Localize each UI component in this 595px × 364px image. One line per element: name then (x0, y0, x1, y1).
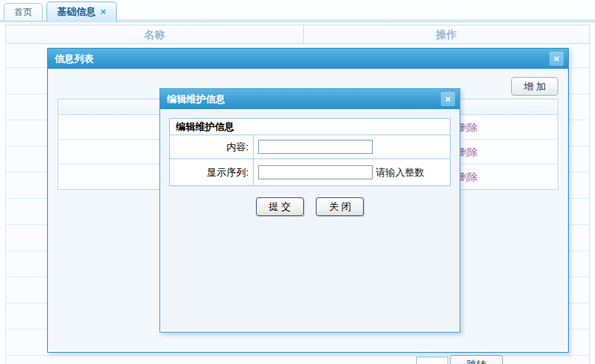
form-section-title: 编辑维护信息 (170, 119, 450, 135)
page-table-header: 名称 操作 (5, 25, 590, 44)
delete-link[interactable]: 删除 (458, 164, 477, 189)
sequence-label: 显示序列: (170, 159, 254, 185)
dialog-buttons: 提 交 关 闭 (160, 197, 460, 216)
add-button[interactable]: 增 加 (511, 77, 558, 96)
tab-close-icon[interactable]: × (100, 6, 106, 17)
app-window: 首页 基础信息× 名称 操作 跳转 信息列表 × 增 加 删除 删除 删除 (0, 0, 595, 364)
delete-link[interactable]: 删除 (458, 140, 477, 164)
close-button[interactable]: 关 闭 (316, 197, 364, 216)
edit-form: 编辑维护信息 内容: 显示序列: 请输入整数 (169, 118, 451, 186)
tab-basic-info[interactable]: 基础信息× (46, 1, 117, 22)
tab-home[interactable]: 首页 (4, 3, 43, 20)
delete-link[interactable]: 删除 (458, 115, 477, 140)
page-jump-input[interactable] (416, 357, 448, 364)
tab-home-label: 首页 (14, 7, 32, 17)
content-label: 内容: (170, 135, 254, 158)
edit-info-modal-title: 编辑维护信息 (167, 93, 225, 105)
edit-info-close-icon[interactable]: × (441, 92, 455, 106)
sequence-hint: 请输入整数 (376, 166, 424, 179)
column-header-name: 名称 (6, 25, 304, 43)
info-list-close-icon[interactable]: × (549, 52, 564, 66)
sequence-input[interactable] (258, 165, 373, 179)
form-row-content: 内容: (170, 135, 450, 159)
column-header-action: 操作 (304, 25, 589, 43)
page-jump-button[interactable]: 跳转 (450, 355, 503, 364)
form-row-sequence: 显示序列: 请输入整数 (170, 159, 450, 185)
info-list-modal-header: 信息列表 × (48, 49, 568, 69)
tab-basic-info-label: 基础信息 (57, 6, 96, 17)
info-list-modal-title: 信息列表 (55, 53, 94, 64)
content-input[interactable] (258, 140, 373, 154)
edit-info-modal: 编辑维护信息 × 编辑维护信息 内容: 显示序列: 请输入整数 提 交 关 闭 (159, 88, 460, 333)
submit-button[interactable]: 提 交 (256, 197, 304, 216)
edit-info-modal-header: 编辑维护信息 × (160, 89, 460, 109)
